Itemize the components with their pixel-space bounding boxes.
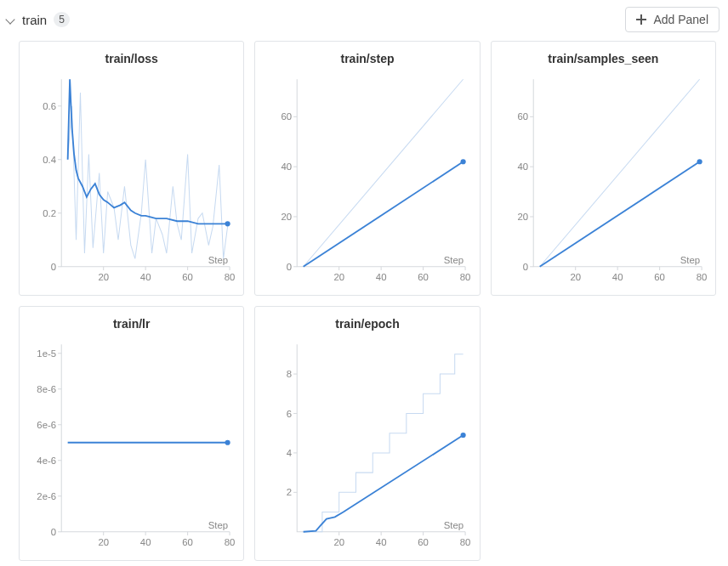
chart-canvas: 020406020406080Step xyxy=(498,72,708,291)
section-header: train 5 Add Panel xyxy=(3,5,719,37)
svg-text:0: 0 xyxy=(51,262,56,272)
svg-text:40: 40 xyxy=(282,161,293,172)
svg-text:Step: Step xyxy=(680,255,699,265)
svg-text:4e-6: 4e-6 xyxy=(37,456,56,466)
svg-text:0: 0 xyxy=(522,262,527,272)
add-panel-label: Add Panel xyxy=(653,13,708,26)
svg-text:20: 20 xyxy=(98,537,109,547)
svg-point-93 xyxy=(461,433,466,438)
chart-canvas: 246820406080Step xyxy=(262,337,472,557)
chart-panel-step[interactable]: train/step 020406020406080Step xyxy=(254,41,480,296)
panel-title: train/step xyxy=(262,52,472,65)
svg-point-35 xyxy=(461,159,466,164)
svg-text:40: 40 xyxy=(612,272,623,282)
section-toggle[interactable]: train 5 xyxy=(7,12,70,27)
panel-grid: train/loss 00.20.40.620406080Step train/… xyxy=(3,37,719,564)
svg-text:60: 60 xyxy=(282,111,293,122)
svg-text:80: 80 xyxy=(460,272,471,282)
chart-canvas: 00.20.40.620406080Step xyxy=(26,72,236,291)
svg-text:60: 60 xyxy=(418,537,429,547)
svg-text:60: 60 xyxy=(517,111,528,122)
svg-text:60: 60 xyxy=(418,272,429,282)
svg-point-75 xyxy=(225,440,230,445)
svg-text:20: 20 xyxy=(98,272,109,282)
svg-text:8e-6: 8e-6 xyxy=(37,384,56,394)
svg-text:40: 40 xyxy=(517,161,528,172)
svg-text:0: 0 xyxy=(287,262,292,272)
chevron-down-icon xyxy=(5,14,14,24)
svg-text:80: 80 xyxy=(225,537,236,547)
svg-text:Step: Step xyxy=(208,520,228,530)
svg-text:0.6: 0.6 xyxy=(43,101,56,111)
chart-panel-lr[interactable]: train/lr 02e-64e-66e-68e-61e-520406080St… xyxy=(19,306,244,561)
svg-text:0.2: 0.2 xyxy=(43,208,56,218)
svg-text:0: 0 xyxy=(51,527,56,537)
svg-text:20: 20 xyxy=(570,272,581,282)
svg-text:8: 8 xyxy=(287,369,292,379)
chart-panel-samples-seen[interactable]: train/samples_seen 020406020406080Step xyxy=(491,41,716,296)
svg-text:2e-6: 2e-6 xyxy=(37,491,56,501)
svg-text:Step: Step xyxy=(208,255,228,265)
panel-title: train/loss xyxy=(26,52,236,65)
svg-text:4: 4 xyxy=(287,448,292,458)
panel-title: train/samples_seen xyxy=(498,52,708,65)
svg-text:80: 80 xyxy=(696,272,707,282)
svg-point-17 xyxy=(225,221,230,226)
svg-text:20: 20 xyxy=(517,212,528,222)
svg-text:0.4: 0.4 xyxy=(43,155,56,165)
chart-canvas: 02e-64e-66e-68e-61e-520406080Step xyxy=(26,337,236,557)
svg-text:2: 2 xyxy=(287,487,292,497)
svg-text:Step: Step xyxy=(444,255,464,265)
chart-canvas: 020406020406080Step xyxy=(262,72,472,291)
panel-count-badge: 5 xyxy=(54,12,70,27)
svg-text:60: 60 xyxy=(182,272,193,282)
panel-title: train/epoch xyxy=(262,317,472,331)
svg-text:80: 80 xyxy=(460,537,471,547)
svg-text:20: 20 xyxy=(282,212,293,222)
svg-text:60: 60 xyxy=(182,537,193,547)
chart-panel-loss[interactable]: train/loss 00.20.40.620406080Step xyxy=(19,41,244,296)
svg-text:40: 40 xyxy=(376,272,387,282)
panel-title: train/lr xyxy=(26,317,236,331)
svg-text:40: 40 xyxy=(140,272,151,282)
svg-text:80: 80 xyxy=(225,272,236,282)
plus-icon xyxy=(636,14,646,25)
svg-text:40: 40 xyxy=(140,537,151,547)
svg-text:60: 60 xyxy=(654,272,665,282)
add-panel-button[interactable]: Add Panel xyxy=(625,7,719,32)
chart-panel-epoch[interactable]: train/epoch 246820406080Step xyxy=(254,306,480,561)
section-title: train xyxy=(22,13,47,27)
svg-text:1e-5: 1e-5 xyxy=(37,348,56,359)
svg-text:6e-6: 6e-6 xyxy=(37,420,56,430)
svg-text:20: 20 xyxy=(334,272,345,282)
svg-text:40: 40 xyxy=(376,537,387,547)
svg-text:20: 20 xyxy=(334,537,345,547)
svg-text:Step: Step xyxy=(444,520,464,530)
svg-point-53 xyxy=(697,159,702,164)
svg-text:6: 6 xyxy=(287,409,292,419)
